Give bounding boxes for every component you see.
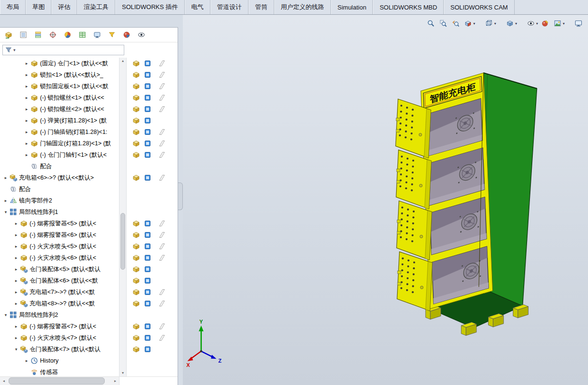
command-tab-1[interactable]: 布局 bbox=[0, 0, 26, 14]
expand-arrow[interactable]: ▸ bbox=[12, 255, 20, 260]
expand-arrow[interactable]: ▸ bbox=[23, 152, 30, 157]
part-state-icon[interactable] bbox=[131, 140, 141, 147]
zoom-area-icon[interactable] bbox=[438, 18, 449, 29]
tree-item[interactable]: ▸(-) 火灾水喷头<6> (默认< bbox=[0, 252, 118, 263]
display-state-icon[interactable] bbox=[143, 220, 152, 227]
expand-arrow[interactable]: ▸ bbox=[12, 335, 20, 340]
part-state-icon[interactable] bbox=[131, 254, 141, 262]
displaymanager-icon[interactable] bbox=[61, 29, 74, 41]
tree-item[interactable]: 传感器 bbox=[0, 366, 118, 376]
expand-arrow[interactable]: ▸ bbox=[23, 61, 30, 66]
appearances-icon[interactable] bbox=[120, 29, 133, 41]
view-settings-icon[interactable] bbox=[573, 18, 584, 29]
part-state-icon[interactable] bbox=[131, 105, 141, 113]
expand-arrow[interactable]: ▸ bbox=[12, 244, 20, 249]
part-state-icon[interactable] bbox=[131, 60, 141, 67]
splitter-handle[interactable] bbox=[178, 182, 183, 210]
part-state-icon[interactable] bbox=[131, 288, 141, 296]
tree-filter-box[interactable]: ▾ bbox=[2, 45, 124, 55]
tree-item[interactable]: ▸充电箱<7>->? (默认<<默 bbox=[0, 286, 118, 298]
tree-item[interactable]: ▸(-) 火灾水喷头<7> (默认< bbox=[0, 332, 118, 344]
tree-item[interactable]: ▸(-) 弹簧(灯箱1.28)<1> (默 bbox=[0, 115, 118, 126]
apply-scene-icon[interactable] bbox=[552, 18, 563, 29]
expand-arrow[interactable]: ▾ bbox=[2, 210, 10, 214]
tree-item[interactable]: ▾局部线性阵列1 bbox=[0, 206, 118, 218]
appearance-state-icon[interactable] bbox=[157, 254, 167, 262]
display-state-icon[interactable] bbox=[143, 231, 152, 239]
tree-item[interactable]: ▸(-) 门轴插销(灯箱1.28)<1: bbox=[0, 126, 118, 138]
tree-item[interactable]: 配合 bbox=[0, 183, 118, 195]
tree-item[interactable]: 配合 bbox=[0, 161, 118, 172]
tree-item[interactable]: ▸镜向零部件2 bbox=[0, 195, 118, 206]
panel-splitter[interactable] bbox=[178, 15, 183, 385]
display-state-icon[interactable] bbox=[143, 300, 152, 307]
tree-item[interactable]: ▸(固定) 仓门<1> (默认<<默 bbox=[0, 58, 118, 69]
tree-item[interactable]: ▸(-) 火灾水喷头<5> (默认< bbox=[0, 241, 118, 252]
expand-arrow[interactable]: ▸ bbox=[2, 198, 10, 203]
expand-arrow[interactable]: ▸ bbox=[23, 107, 30, 111]
expand-arrow[interactable]: ▸ bbox=[12, 290, 20, 294]
dropdown-caret-icon[interactable]: ▾ bbox=[563, 21, 565, 26]
appearance-state-icon[interactable] bbox=[157, 323, 167, 330]
appearance-state-icon[interactable] bbox=[157, 231, 167, 239]
expand-arrow[interactable]: ▸ bbox=[12, 267, 20, 272]
tree-horizontal-scrollbar[interactable]: ◂ ▸ bbox=[0, 377, 120, 385]
expand-arrow[interactable]: ▸ bbox=[23, 130, 30, 134]
part-state-icon[interactable] bbox=[131, 82, 141, 90]
part-state-icon[interactable] bbox=[131, 345, 141, 353]
vertical-scrollbar-thumb[interactable] bbox=[120, 213, 125, 270]
expand-arrow[interactable]: ▸ bbox=[23, 95, 30, 100]
appearance-state-icon[interactable] bbox=[157, 174, 167, 182]
display-state-icon[interactable] bbox=[143, 128, 152, 136]
horizontal-scrollbar-thumb[interactable] bbox=[9, 377, 105, 385]
expand-arrow[interactable]: ▸ bbox=[12, 233, 20, 237]
tree-item[interactable]: ▸(-) 锁扣螺丝<2> (默认<< bbox=[0, 103, 118, 115]
part-state-icon[interactable] bbox=[131, 243, 141, 250]
tree-item[interactable]: ▾仓门装配体<7> (默认<默认 bbox=[0, 344, 118, 355]
scroll-up-arrow-icon[interactable]: ▴ bbox=[120, 58, 126, 64]
expand-arrow[interactable]: ▸ bbox=[12, 221, 20, 226]
hide-show-tree-items-icon[interactable] bbox=[135, 29, 148, 41]
tree-item[interactable]: ▸(-) 锁扣螺丝<1> (默认<< bbox=[0, 92, 118, 103]
expand-arrow[interactable]: ▾ bbox=[12, 347, 20, 352]
appearance-state-icon[interactable] bbox=[157, 94, 167, 101]
display-state-icon[interactable] bbox=[143, 265, 152, 273]
part-state-icon[interactable] bbox=[131, 94, 141, 101]
view-orientation-icon[interactable] bbox=[483, 18, 495, 29]
display-state-icon[interactable] bbox=[143, 105, 152, 113]
tolanalyst-icon[interactable] bbox=[106, 29, 118, 41]
dropdown-caret-icon[interactable]: ▾ bbox=[473, 21, 475, 26]
part-state-icon[interactable] bbox=[131, 220, 141, 227]
command-tab-4[interactable]: 渲染工具 bbox=[77, 0, 115, 14]
display-state-icon[interactable] bbox=[143, 94, 152, 101]
tree-item[interactable]: ▸充电箱<8>->? (默认<<默 bbox=[0, 298, 118, 309]
display-state-icon[interactable] bbox=[143, 151, 152, 159]
display-state-icon[interactable] bbox=[143, 60, 152, 67]
tree-item[interactable]: ▸仓门装配体<5> (默认<默认 bbox=[0, 263, 118, 275]
orientation-triad[interactable]: Y X Z bbox=[187, 319, 222, 368]
display-style-icon[interactable] bbox=[504, 18, 516, 29]
tree-item[interactable]: ▸锁扣固定板<1> (默认<<默 bbox=[0, 81, 118, 92]
command-tab-6[interactable]: 电气 bbox=[185, 0, 210, 14]
configurationmanager-icon[interactable] bbox=[32, 29, 44, 41]
appearance-state-icon[interactable] bbox=[157, 288, 167, 296]
expand-arrow[interactable]: ▸ bbox=[2, 175, 10, 180]
display-state-icon[interactable] bbox=[143, 82, 152, 90]
part-state-icon[interactable] bbox=[131, 71, 141, 79]
3d-scene-canvas[interactable]: 智能充电柜 bbox=[183, 15, 588, 385]
scroll-left-arrow-icon[interactable]: ◂ bbox=[0, 379, 8, 383]
tree-item[interactable]: ▾局部线性阵列2 bbox=[0, 309, 118, 321]
part-state-icon[interactable] bbox=[131, 128, 141, 136]
display-state-icon[interactable] bbox=[143, 254, 152, 262]
part-state-icon[interactable] bbox=[131, 231, 141, 239]
command-tab-5[interactable]: SOLIDWORKS 插件 bbox=[115, 0, 185, 14]
display-state-icon[interactable] bbox=[143, 345, 152, 353]
command-tab-8[interactable]: 管筒 bbox=[249, 0, 274, 14]
tree-item[interactable]: ▸充电箱<6>->? (默认<<默认> bbox=[0, 172, 118, 183]
cam-operation-tree-icon[interactable] bbox=[91, 29, 103, 41]
appearance-state-icon[interactable] bbox=[157, 220, 167, 227]
tree-item[interactable]: ▸门轴固定(灯箱1.28)<1> (默 bbox=[0, 138, 118, 149]
display-state-icon[interactable] bbox=[143, 243, 152, 250]
graphics-viewport[interactable]: ▾▾▾▾▾ bbox=[183, 15, 588, 385]
previous-view-icon[interactable] bbox=[450, 18, 461, 29]
